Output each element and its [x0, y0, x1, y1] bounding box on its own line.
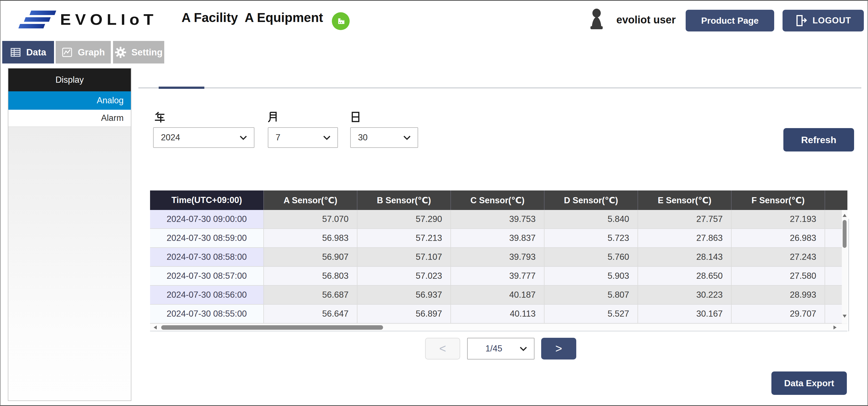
day-select[interactable]: 30: [350, 127, 418, 148]
cell-value: 27.757: [638, 210, 731, 229]
logout-button[interactable]: LOGOUT: [782, 10, 864, 31]
prev-page-label: <: [439, 342, 446, 355]
cell-value: 56.803: [264, 267, 357, 286]
facility-status-badge: [332, 12, 350, 30]
logout-label: LOGOUT: [813, 15, 851, 26]
tab-graph-label: Graph: [78, 47, 105, 58]
chevron-down-icon: [323, 135, 331, 140]
table-header-row: Time(UTC+09:00)A Sensor(℃)B Sensor(℃)C S…: [150, 190, 847, 210]
cell-value: 56.937: [357, 286, 451, 305]
prev-page-button[interactable]: <: [425, 338, 460, 360]
vertical-scrollbar-thumb[interactable]: [843, 220, 846, 248]
month-select[interactable]: 7: [268, 127, 338, 148]
tab-setting-label: Setting: [131, 47, 162, 58]
scroll-up-arrow[interactable]: [843, 214, 846, 217]
product-page-button[interactable]: Product Page: [686, 10, 774, 31]
chevron-down-icon: [240, 135, 247, 140]
tab-graph[interactable]: Graph: [56, 41, 111, 63]
cell-value: 57.070: [264, 210, 357, 229]
cell-value: 27.193: [731, 210, 825, 229]
content-tabstrip-line: [138, 87, 861, 89]
cell-time: 2024-07-30 08:55:00: [150, 305, 264, 323]
cell-value: 56.983: [264, 229, 357, 248]
cell-value: 27.863: [638, 229, 731, 248]
cell-value: 39.777: [451, 267, 544, 286]
cell-value: 40.113: [451, 305, 544, 323]
cell-time: 2024-07-30 08:56:00: [150, 286, 264, 305]
cell-value: [825, 229, 842, 248]
cell-value: 5.840: [544, 210, 638, 229]
cell-value: 5.903: [544, 267, 638, 286]
data-export-label: Data Export: [784, 378, 834, 388]
tab-data[interactable]: Data: [2, 41, 54, 63]
cell-value: 39.837: [451, 229, 544, 248]
data-table: Time(UTC+09:00)A Sensor(℃)B Sensor(℃)C S…: [150, 190, 847, 332]
table-row: 2024-07-30 08:56:0056.68756.93740.1875.8…: [150, 286, 842, 305]
cell-value: 28.993: [731, 286, 825, 305]
table-row: 2024-07-30 09:00:0057.07057.29039.7535.8…: [150, 210, 842, 229]
sidebar-header-display: Display: [8, 68, 131, 91]
cell-value: 56.687: [264, 286, 357, 305]
cell-value: 57.290: [357, 210, 451, 229]
refresh-button[interactable]: Refresh: [783, 128, 854, 152]
cell-value: [825, 210, 842, 229]
data-export-button[interactable]: Data Export: [771, 372, 847, 395]
cell-value: 27.580: [731, 267, 825, 286]
table-icon: [10, 47, 21, 58]
scroll-left-arrow[interactable]: [154, 325, 157, 330]
cell-value: 56.897: [357, 305, 451, 323]
factory-icon: [336, 16, 346, 26]
column-header-sensor: [825, 190, 847, 210]
cell-value: 26.983: [731, 229, 825, 248]
column-header-sensor: E Sensor(℃): [638, 190, 731, 210]
cell-time: 2024-07-30 09:00:00: [150, 210, 264, 229]
cell-time: 2024-07-30 08:58:00: [150, 248, 264, 267]
sidebar-item-alarm[interactable]: Alarm: [8, 110, 131, 127]
column-header-sensor: D Sensor(℃): [544, 190, 638, 210]
page-select[interactable]: 1/45: [467, 338, 534, 360]
scroll-right-arrow[interactable]: [834, 325, 837, 330]
page-select-value: 1/45: [486, 344, 502, 354]
table-right-edge-line: [848, 219, 849, 332]
cell-value: 57.023: [357, 267, 451, 286]
graph-icon: [62, 47, 73, 58]
day-select-value: 30: [358, 132, 368, 143]
tab-setting[interactable]: Setting: [113, 41, 164, 63]
vertical-scrollbar[interactable]: [842, 210, 847, 323]
cell-value: 5.760: [544, 248, 638, 267]
cell-value: 29.707: [731, 305, 825, 323]
year-select-value: 2024: [161, 132, 180, 143]
table-row: 2024-07-30 08:58:0056.90757.10739.7935.7…: [150, 248, 842, 267]
next-page-button[interactable]: >: [541, 338, 576, 360]
horizontal-scrollbar-thumb[interactable]: [161, 325, 383, 330]
month-label-kanji: [267, 112, 278, 123]
column-header-sensor: A Sensor(℃): [264, 190, 357, 210]
sidebar: Display Analog Alarm: [8, 68, 131, 401]
table-row: 2024-07-30 08:55:0056.64756.89740.1135.5…: [150, 305, 842, 323]
cell-value: 5.807: [544, 286, 638, 305]
cell-value: 56.907: [264, 248, 357, 267]
cell-value: 30.223: [638, 286, 731, 305]
gear-icon: [115, 46, 126, 58]
cell-value: [825, 267, 842, 286]
content-tabstrip-active-indicator: [159, 87, 204, 89]
cell-value: [825, 305, 842, 323]
user-name: evoliot user: [616, 14, 676, 26]
table-body: 2024-07-30 09:00:0057.07057.29039.7535.8…: [150, 210, 842, 323]
column-header-time: Time(UTC+09:00): [150, 190, 264, 210]
horizontal-scrollbar[interactable]: [150, 323, 847, 331]
product-page-label: Product Page: [701, 15, 758, 26]
chevron-down-icon: [403, 135, 411, 140]
chevron-down-icon: [520, 347, 527, 351]
logo-wordmark: EVOLIoT: [60, 10, 158, 28]
year-select[interactable]: 2024: [153, 127, 254, 148]
cell-value: 57.107: [357, 248, 451, 267]
cell-value: 39.753: [451, 210, 544, 229]
scroll-down-arrow[interactable]: [843, 315, 846, 318]
column-header-sensor: F Sensor(℃): [731, 190, 825, 210]
sidebar-item-analog[interactable]: Analog: [8, 91, 131, 110]
day-label-kanji: [350, 112, 361, 123]
cell-time: 2024-07-30 08:59:00: [150, 229, 264, 248]
cell-value: 57.213: [357, 229, 451, 248]
cell-value: 5.527: [544, 305, 638, 323]
